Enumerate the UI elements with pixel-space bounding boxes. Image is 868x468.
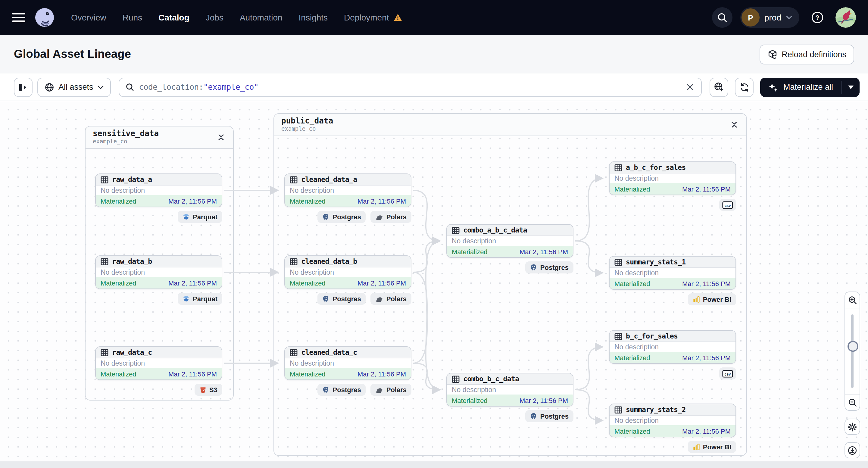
edge-combo_b_c_data-to-b_c_for_sales (575, 347, 602, 390)
asset-timestamp[interactable]: Mar 2, 11:56 PM (682, 185, 731, 192)
tag-csv[interactable]: csv (719, 367, 736, 379)
help-button[interactable]: ? (807, 7, 828, 28)
lineage-canvas[interactable]: sensitive_data example_co public_data ex… (0, 101, 868, 468)
tag-csv[interactable]: csv (719, 199, 736, 211)
postgres-icon (322, 386, 330, 393)
asset-node-header: summary_stats_1 (610, 257, 736, 268)
tag-polars[interactable]: Polars (371, 211, 411, 223)
graph-settings-button[interactable] (844, 418, 860, 435)
tag-postgres[interactable]: Postgres (318, 384, 366, 396)
asset-node-raw_data_c[interactable]: raw_data_c No description Materialized M… (95, 346, 222, 380)
globe-icon (44, 82, 54, 92)
nav-item-label: Catalog (158, 13, 189, 22)
page-title: Global Asset Lineage (14, 48, 131, 61)
asset-node-raw_data_b[interactable]: raw_data_b No description Materialized M… (95, 255, 222, 289)
tag-postgres[interactable]: Postgres (318, 293, 366, 305)
asset-name: raw_data_a (112, 175, 152, 184)
asset-name: cleaned_data_b (301, 257, 357, 266)
new-tab-button[interactable] (710, 77, 728, 97)
tag-polars[interactable]: Polars (371, 384, 411, 396)
asset-timestamp[interactable]: Mar 2, 11:56 PM (520, 397, 568, 404)
asset-timestamp[interactable]: Mar 2, 11:56 PM (358, 279, 406, 286)
dagster-logo-icon[interactable] (34, 7, 55, 28)
refresh-button[interactable] (735, 77, 754, 97)
zoom-in-button[interactable] (845, 292, 860, 308)
zoom-slider[interactable] (845, 308, 860, 395)
close-icon (686, 83, 694, 91)
tag-postgres[interactable]: Postgres (525, 261, 574, 274)
menu-icon[interactable] (12, 13, 25, 22)
asset-node-header: a_b_c_for_sales (610, 162, 736, 174)
nav-item-jobs[interactable]: Jobs (206, 13, 223, 22)
tag-postgres[interactable]: Postgres (318, 211, 366, 223)
tag-polars[interactable]: Polars (371, 293, 411, 305)
nav-item-automation[interactable]: Automation (240, 13, 282, 22)
asset-node-combo_b_c_data[interactable]: combo_b_c_data No description Materializ… (446, 373, 574, 407)
chevron-down-icon (786, 15, 792, 19)
asset-description: No description (96, 268, 222, 277)
env-avatar: P (742, 8, 760, 27)
asset-name: summary_stats_1 (626, 258, 686, 266)
tag-power-bi[interactable]: Power BI (688, 441, 736, 453)
asset-timestamp[interactable]: Mar 2, 11:56 PM (682, 427, 731, 435)
asset-description: No description (447, 385, 573, 395)
clear-search-button[interactable] (685, 82, 695, 92)
asset-node-a_b_c_for_sales[interactable]: a_b_c_for_sales No description Materiali… (609, 161, 736, 195)
deployment-switcher[interactable]: P prod (740, 7, 799, 28)
zoom-slider-handle[interactable] (847, 341, 858, 352)
asset-filter-dropdown[interactable]: All assets (37, 77, 111, 97)
materialize-all-button[interactable]: Materialize all (761, 77, 841, 97)
nav-item-deployment[interactable]: Deployment (344, 13, 402, 22)
asset-node-cleaned_data_c[interactable]: cleaned_data_c No description Materializ… (284, 346, 411, 380)
asset-node-b_c_for_sales[interactable]: b_c_for_sales No description Materialize… (609, 330, 736, 364)
tag-label: Polars (386, 386, 407, 393)
table-icon (290, 257, 298, 265)
asset-timestamp[interactable]: Mar 2, 11:56 PM (682, 354, 731, 361)
tag-parquet[interactable]: Parquet (178, 293, 222, 305)
asset-timestamp[interactable]: Mar 2, 11:56 PM (358, 197, 406, 205)
asset-node-summary_stats_1[interactable]: summary_stats_1 No description Materiali… (609, 256, 736, 290)
tag-label: Polars (386, 295, 407, 302)
user-avatar[interactable] (835, 7, 856, 28)
asset-node-cleaned_data_b[interactable]: cleaned_data_b No description Materializ… (284, 255, 411, 289)
dagster-app: OverviewRunsCatalogJobsAutomationInsight… (0, 0, 868, 468)
asset-timestamp[interactable]: Mar 2, 11:56 PM (168, 370, 217, 377)
bottom-edge (0, 461, 868, 468)
nav-item-insights[interactable]: Insights (299, 13, 328, 22)
asset-node-cleaned_data_a[interactable]: cleaned_data_a No description Materializ… (284, 174, 411, 207)
table-icon (101, 176, 108, 183)
table-icon (290, 176, 298, 183)
search-input[interactable]: code_location:"example_co" (119, 77, 702, 97)
tag-label: Postgres (333, 386, 361, 393)
asset-status: Materialized (101, 197, 136, 205)
open-panel-button[interactable] (14, 77, 33, 97)
tag-label: Postgres (333, 295, 361, 302)
reload-cube-icon (767, 49, 777, 59)
parquet-icon (183, 213, 190, 220)
chevron-down-icon (98, 85, 103, 89)
tag-postgres[interactable]: Postgres (525, 410, 574, 422)
asset-timestamp[interactable]: Mar 2, 11:56 PM (358, 370, 406, 377)
asset-name: combo_b_c_data (463, 375, 519, 383)
panel-expand-icon (19, 83, 28, 91)
nav-item-catalog[interactable]: Catalog (158, 13, 189, 22)
asset-status: Materialized (101, 370, 136, 377)
download-image-button[interactable] (844, 442, 860, 458)
zoom-out-button[interactable] (845, 395, 860, 410)
asset-timestamp[interactable]: Mar 2, 11:56 PM (520, 248, 568, 255)
nav-item-runs[interactable]: Runs (123, 13, 142, 22)
reload-definitions-button[interactable]: Reload definitions (759, 44, 854, 64)
asset-node-combo_a_b_c_data[interactable]: combo_a_b_c_data No description Material… (446, 224, 574, 258)
asset-status-row: Materialized Mar 2, 11:56 PM (610, 278, 736, 289)
asset-timestamp[interactable]: Mar 2, 11:56 PM (682, 280, 731, 287)
tag-s3[interactable]: S3 (194, 384, 222, 396)
search-button[interactable] (712, 7, 733, 28)
asset-timestamp[interactable]: Mar 2, 11:56 PM (168, 279, 217, 286)
asset-node-summary_stats_2[interactable]: summary_stats_2 No description Materiali… (609, 404, 736, 437)
tag-power-bi[interactable]: Power BI (688, 293, 736, 305)
asset-node-raw_data_a[interactable]: raw_data_a No description Materialized M… (95, 174, 222, 207)
tag-parquet[interactable]: Parquet (178, 211, 222, 223)
nav-item-overview[interactable]: Overview (71, 13, 106, 22)
asset-timestamp[interactable]: Mar 2, 11:56 PM (168, 197, 217, 205)
materialize-options-button[interactable] (842, 77, 860, 97)
